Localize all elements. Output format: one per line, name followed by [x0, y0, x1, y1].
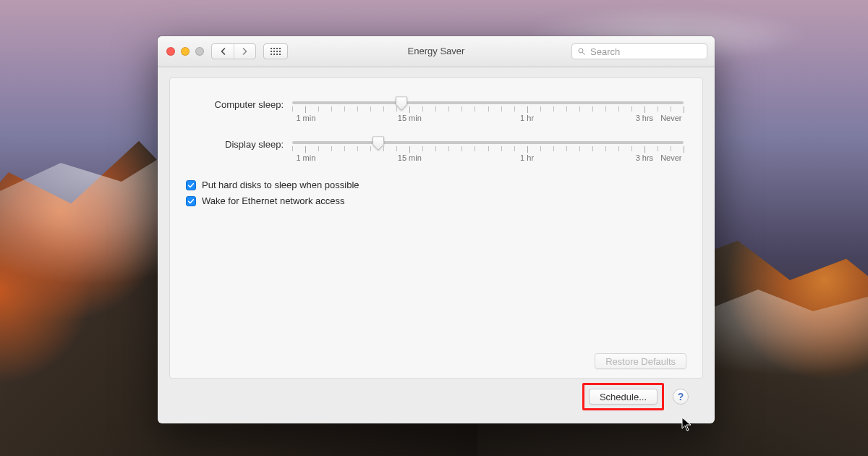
computer-sleep-marks: 1 min15 min1 hr3 hrsNever [292, 114, 684, 125]
restore-defaults-button[interactable]: Restore Defaults [595, 353, 686, 369]
hdd-sleep-checkbox[interactable]: Put hard disks to sleep when possible [186, 180, 686, 190]
checkbox-checked-icon [186, 196, 196, 206]
computer-sleep-ticks [292, 106, 684, 112]
close-window-button[interactable] [166, 47, 175, 56]
help-button[interactable]: ? [673, 389, 689, 405]
search-placeholder: Search [590, 46, 620, 57]
nav-buttons [211, 43, 256, 59]
computer-sleep-label: Computer sleep: [186, 98, 284, 110]
display-sleep-row: Display sleep: 1 min15 min1 hr3 hrsNever [186, 138, 686, 165]
search-icon [577, 47, 586, 56]
svg-line-1 [583, 53, 585, 55]
chevron-left-icon [220, 48, 226, 55]
display-sleep-marks: 1 min15 min1 hr3 hrsNever [292, 153, 684, 165]
chevron-right-icon [242, 48, 248, 55]
checkbox-checked-icon [186, 180, 196, 190]
grid-icon [271, 48, 281, 55]
wake-network-label: Wake for Ethernet network access [202, 195, 345, 206]
wake-network-checkbox[interactable]: Wake for Ethernet network access [186, 195, 686, 206]
schedule-button[interactable]: Schedule... [589, 389, 658, 405]
minimize-window-button[interactable] [181, 47, 190, 56]
forward-button[interactable] [234, 44, 255, 59]
svg-point-0 [579, 48, 583, 53]
cursor-icon [681, 417, 692, 431]
schedule-highlight: Schedule... [582, 383, 664, 410]
energy-saver-window: Energy Saver Search Computer sleep: 1 mi… [158, 36, 715, 423]
computer-sleep-row: Computer sleep: 1 min15 min1 hr3 hrsNeve… [186, 98, 686, 125]
hdd-sleep-label: Put hard disks to sleep when possible [202, 180, 359, 190]
show-all-button[interactable] [263, 43, 288, 59]
titlebar: Energy Saver Search [158, 36, 715, 67]
computer-sleep-slider[interactable] [292, 101, 684, 104]
bottom-bar: Schedule... ? [169, 379, 703, 415]
display-sleep-slider[interactable] [292, 141, 684, 144]
search-input[interactable]: Search [571, 43, 707, 59]
window-controls [166, 47, 204, 56]
display-sleep-label: Display sleep: [186, 138, 284, 150]
display-sleep-ticks [292, 146, 684, 152]
back-button[interactable] [212, 44, 234, 59]
zoom-window-button[interactable] [195, 47, 204, 56]
settings-panel: Computer sleep: 1 min15 min1 hr3 hrsNeve… [169, 77, 703, 379]
